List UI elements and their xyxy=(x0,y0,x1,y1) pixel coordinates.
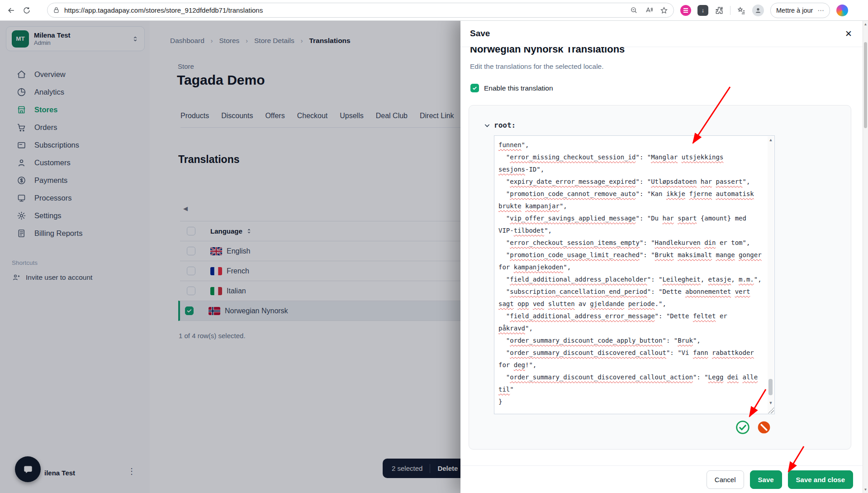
address-bar[interactable]: https://app.tagadapay.com/stores/store_9… xyxy=(47,3,674,18)
code-editor-content: funnen", "error_missing_checkout_session… xyxy=(498,139,766,408)
browser-update-button[interactable]: Mettre à jour ⋯ xyxy=(770,3,830,18)
scroll-up-icon[interactable]: ▲ xyxy=(768,137,774,143)
code-line: "expiry_date_error_message_expired": "Ut… xyxy=(498,176,766,188)
close-icon[interactable]: ✕ xyxy=(843,28,854,39)
browser-toolbar: https://app.tagadapay.com/stores/store_9… xyxy=(0,0,868,21)
browser-profile-avatar[interactable] xyxy=(752,5,764,16)
screen: https://app.tagadapay.com/stores/store_9… xyxy=(0,0,868,493)
translations-editor-card: root: funnen", "error_missing_checkout_s… xyxy=(469,105,851,450)
valid-check-icon xyxy=(735,420,750,435)
code-line: } xyxy=(498,396,766,408)
app-page: MT Milena Test Admin OverviewAnalyticsSt… xyxy=(0,20,868,493)
code-line: "error_missing_checkout_session_id": "Ma… xyxy=(498,151,766,163)
code-line: påkravd", xyxy=(498,322,766,335)
enable-translation-checkbox[interactable] xyxy=(470,84,479,92)
code-line: "vip_offer_savings_applied_message": "Du… xyxy=(498,212,766,225)
code-line: for kampanjekoden", xyxy=(498,261,766,273)
drawer-sticky-header: Save ✕ xyxy=(460,20,863,47)
editor-scrollbar-thumb[interactable] xyxy=(768,379,773,395)
save-button[interactable]: Save xyxy=(750,470,782,489)
code-line: "order_summary_discount_discovered_callo… xyxy=(498,347,766,359)
extensions-puzzle-icon[interactable] xyxy=(715,6,724,15)
cancel-button[interactable]: Cancel xyxy=(707,470,744,489)
validation-icons xyxy=(735,420,771,435)
more-icon[interactable]: ⋯ xyxy=(817,7,824,14)
code-line: "promotion_code_usage_limit_reached": "B… xyxy=(498,249,766,261)
code-line: VIP-tilbodet", xyxy=(498,225,766,237)
save-and-close-button[interactable]: Save and close xyxy=(788,470,853,489)
page-scrollbar-thumb[interactable] xyxy=(864,42,867,128)
code-line: for deg!", xyxy=(498,359,766,371)
scroll-down-icon[interactable]: ▼ xyxy=(768,400,774,406)
toolbar-divider xyxy=(730,6,730,15)
enable-translation-label: Enable this translation xyxy=(484,84,553,92)
favorite-star-icon[interactable] xyxy=(660,6,668,14)
zoom-out-icon[interactable] xyxy=(630,6,638,14)
code-line: "order_summary_discount_discovered_callo… xyxy=(498,371,766,383)
read-aloud-icon[interactable] xyxy=(645,6,653,14)
collections-icon[interactable] xyxy=(737,6,746,15)
translations-drawer: Save ✕ Norwegian Nynorsk Translations Ed… xyxy=(460,20,863,493)
code-line: "order_summary_discount_code_apply_butto… xyxy=(498,335,766,347)
copilot-icon[interactable] xyxy=(836,5,848,16)
back-icon[interactable] xyxy=(4,3,19,18)
drawer-footer: Cancel Save Save and close xyxy=(460,465,863,493)
page-scroll-up-icon[interactable]: ▲ xyxy=(863,21,868,27)
update-label: Mettre à jour xyxy=(776,7,813,14)
refresh-icon[interactable] xyxy=(19,3,34,18)
root-label: root: xyxy=(494,121,516,129)
download-extension-icon[interactable]: ↓ xyxy=(697,5,708,16)
enable-translation-row: Enable this translation xyxy=(470,84,553,92)
code-line: brukte kampanjar", xyxy=(498,200,766,212)
editor-scrollbar[interactable]: ▲ ▼ xyxy=(768,136,774,413)
resize-grip-icon[interactable] xyxy=(768,407,774,413)
code-line: "subscription_cancellation_end_period": … xyxy=(498,286,766,298)
code-line: sagt opp ved slutten av gjeldande period… xyxy=(498,298,766,310)
code-line: til" xyxy=(498,383,766,396)
json-textarea[interactable]: funnen", "error_missing_checkout_session… xyxy=(494,135,775,414)
chevron-down-icon[interactable] xyxy=(484,122,491,129)
code-line: funnen", xyxy=(498,139,766,151)
drawer-header-title: Save xyxy=(470,29,490,38)
drawer-title-clipped: Norwegian Nynorsk Translations xyxy=(470,47,741,58)
url-text[interactable]: https://app.tagadapay.com/stores/store_9… xyxy=(64,6,630,14)
code-line: sesjons-ID", xyxy=(498,163,766,176)
page-scrollbar[interactable]: ▲ ▼ xyxy=(863,20,868,493)
code-line: "error_checkout_session_items_empty": "H… xyxy=(498,237,766,249)
drawer-subtitle: Edit the translations for the selected l… xyxy=(470,62,604,71)
prohibited-icon xyxy=(757,420,771,435)
page-scroll-down-icon[interactable]: ▼ xyxy=(863,487,868,492)
json-root-node[interactable]: root: xyxy=(484,121,516,129)
code-line: "promotion_code_cannot_remove_auto": "Ka… xyxy=(498,188,766,200)
code-line: "field_additional_address_placeholder": … xyxy=(498,273,766,286)
lock-icon xyxy=(53,7,60,14)
pink-extension-icon[interactable] xyxy=(680,5,691,16)
code-line: "field_additional_address_error_message"… xyxy=(498,310,766,322)
